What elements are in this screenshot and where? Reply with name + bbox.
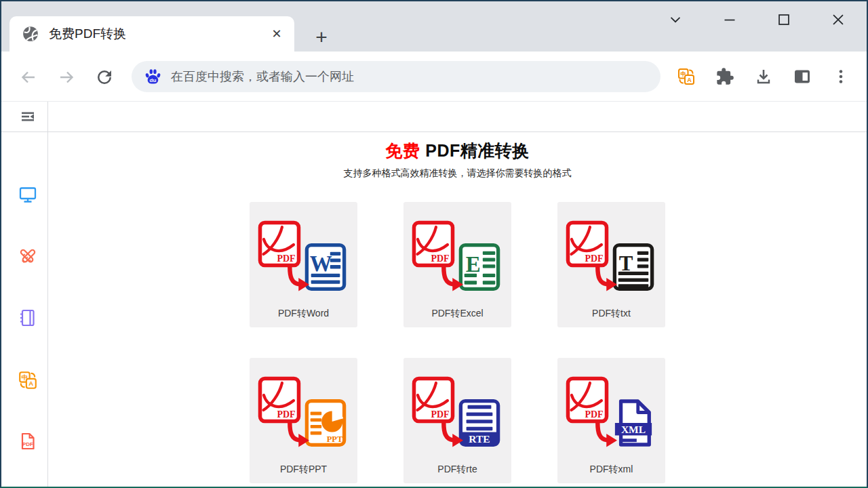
side-panel-button[interactable] <box>783 58 821 96</box>
convert-arrow-icon <box>284 265 309 293</box>
translate-button[interactable]: 中 A <box>667 58 705 96</box>
convert-arrow-icon <box>438 421 463 449</box>
baidu-icon: du <box>144 68 162 86</box>
page-body: 中 A PDF 免费PDF精准转换 支持多种格式高效精准转换，请选择你需要转换的… <box>1 102 867 487</box>
minimize-button[interactable] <box>703 4 757 35</box>
card-label: PDF转txt <box>557 308 665 320</box>
page-subtitle: 支持多种格式高效精准转换，请选择你需要转换的格式 <box>48 167 867 180</box>
convert-arrow-icon <box>438 265 463 293</box>
address-bar[interactable]: du 在百度中搜索，或者输入一个网址 <box>132 61 660 92</box>
convert-arrow-icon <box>592 421 617 449</box>
card-pdf-to-txt[interactable]: PDF转txt <box>557 202 665 327</box>
page-title: 免费PDF精准转换 <box>48 140 867 162</box>
sidebar-item-design-tools[interactable] <box>18 247 38 267</box>
browser-menu-button[interactable] <box>821 58 860 96</box>
convert-arrow-icon <box>592 265 617 293</box>
card-pdf-to-xml[interactable]: PDF转xml <box>557 358 665 483</box>
divider <box>1 131 867 132</box>
card-label: PDF转xml <box>557 464 665 476</box>
svg-text:PDF: PDF <box>22 441 33 447</box>
translate-icon: 中 A <box>18 370 38 390</box>
side-panel-icon <box>793 67 812 86</box>
translate-icon: 中 A <box>677 67 696 86</box>
pdf-source-icon <box>412 220 455 268</box>
card-label: PDF转Word <box>250 308 357 320</box>
new-tab-button[interactable]: + <box>308 24 335 51</box>
omnibox-placeholder: 在百度中搜索，或者输入一个网址 <box>171 68 354 85</box>
browser-tab[interactable]: 免费PDF转换 ✕ <box>9 16 294 52</box>
card-pdf-to-excel[interactable]: PDF转Excel <box>403 202 511 327</box>
card-label: PDF转PPT <box>250 464 357 476</box>
sidebar-item-pdf[interactable]: PDF <box>18 431 38 451</box>
tab-title: 免费PDF转换 <box>49 25 267 43</box>
close-button[interactable] <box>811 4 865 35</box>
maximize-icon <box>774 9 794 30</box>
maximize-button[interactable] <box>757 4 811 35</box>
window-controls <box>648 4 865 35</box>
svg-text:A: A <box>28 380 33 387</box>
collapse-menu-icon <box>18 106 38 127</box>
conversion-grid: PDF转Word PDF转Excel PDF转txt <box>48 202 867 483</box>
extensions-button[interactable] <box>705 58 744 96</box>
kebab-menu-icon <box>831 67 850 86</box>
xml-icon <box>612 399 654 447</box>
design-tools-icon <box>18 247 38 267</box>
page-title-rest: PDF精准转换 <box>425 141 530 160</box>
extensions-icon <box>715 67 734 86</box>
pdf-source-icon <box>258 220 301 268</box>
browser-window: 免费PDF转换 ✕ + <box>0 0 868 488</box>
card-label: PDF转rte <box>403 464 511 476</box>
minimize-icon <box>719 9 740 30</box>
sidebar-item-notebook[interactable] <box>18 308 38 328</box>
word-icon <box>304 243 347 291</box>
txt-icon <box>612 243 654 291</box>
svg-text:A: A <box>687 77 692 83</box>
pdf-source-icon <box>566 376 609 424</box>
ppt-icon <box>304 399 347 447</box>
page-title-highlight: 免费 <box>385 141 420 160</box>
card-pdf-to-ppt[interactable]: PDF转PPT <box>250 358 357 483</box>
convert-arrow-icon <box>284 421 309 449</box>
card-label: PDF转Excel <box>403 308 511 320</box>
tab-strip: 免费PDF转换 ✕ + <box>1 1 867 52</box>
card-pdf-to-word[interactable]: PDF转Word <box>250 202 357 327</box>
back-icon[interactable] <box>18 67 39 87</box>
sidebar-collapse-button[interactable] <box>18 106 38 127</box>
pdf-source-icon <box>412 376 455 424</box>
close-icon <box>828 9 848 30</box>
tab-close-icon[interactable]: ✕ <box>267 24 286 43</box>
notebook-icon <box>18 308 38 328</box>
download-icon <box>754 67 773 86</box>
reload-icon[interactable] <box>94 67 115 87</box>
sidebar-item-screen[interactable] <box>18 184 38 205</box>
excel-icon <box>458 243 500 291</box>
downloads-button[interactable] <box>744 58 783 96</box>
rte-icon <box>458 399 500 447</box>
monitor-icon <box>18 184 38 205</box>
page-content: 免费PDF精准转换 支持多种格式高效精准转换，请选择你需要转换的格式 PDF转W… <box>48 102 867 487</box>
forward-icon[interactable] <box>56 67 77 87</box>
sidebar: 中 A PDF <box>1 102 48 487</box>
pdf-document-icon: PDF <box>18 431 38 451</box>
tab-search-button[interactable] <box>648 4 703 35</box>
browser-toolbar: du 在百度中搜索，或者输入一个网址 中 A <box>1 52 867 102</box>
card-pdf-to-rte[interactable]: PDF转rte <box>403 358 511 483</box>
globe-icon <box>22 25 39 43</box>
pdf-source-icon <box>258 376 301 424</box>
toolbar-actions: 中 A <box>667 52 860 102</box>
sidebar-item-translate[interactable]: 中 A <box>18 370 38 390</box>
pdf-source-icon <box>566 220 609 268</box>
svg-text:du: du <box>150 77 157 83</box>
chevron-down-icon <box>665 9 686 30</box>
